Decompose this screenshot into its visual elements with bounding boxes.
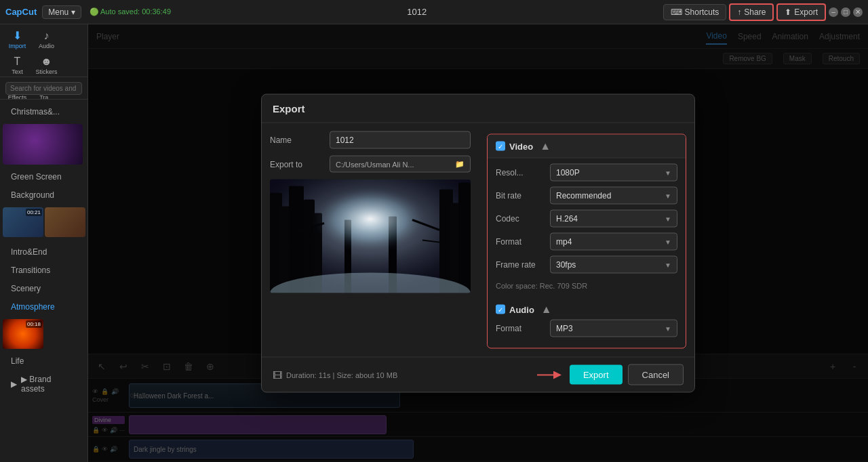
chevron-down-icon: ▼ <box>665 192 671 199</box>
svg-rect-13 <box>270 180 471 293</box>
name-input[interactable] <box>330 131 471 149</box>
thumb-area-bg: 00:21 <box>0 205 87 243</box>
import-tool[interactable]: ⬇ Import <box>3 27 32 53</box>
project-title: 1012 <box>176 7 658 17</box>
export-to-field: Export to C:/Users/Usman Ali N... 📁 <box>270 156 471 173</box>
share-button[interactable]: ↑ Share <box>729 3 774 21</box>
resol-value: 1080P <box>556 168 580 177</box>
topbar: CapCut Menu ▾ 🟢 Auto saved: 00:36:49 101… <box>0 0 868 24</box>
center-right-area: Player Video Speed Animation Adjustment … <box>88 24 868 462</box>
thumb-area-atm: 00:18 <box>0 316 87 352</box>
color-space-text: Color space: Rec. 709 SDR <box>496 279 677 293</box>
keyboard-icon: ⌨ <box>671 7 682 17</box>
dialog-preview-panel: Name Export to C:/Users/Usman Ali N... 📁 <box>262 123 479 357</box>
thumbnail <box>3 124 83 165</box>
resol-select[interactable]: 1080P ▼ <box>550 164 677 182</box>
codec-value: H.264 <box>556 214 578 224</box>
video-checkbox[interactable]: ✓ <box>496 142 505 151</box>
format-row: Format mp4 ▼ <box>496 233 677 251</box>
audio-tool[interactable]: ♪ Audio <box>32 27 61 53</box>
thumb-area-christmas <box>0 121 87 167</box>
codec-row: Codec H.264 ▼ <box>496 210 677 228</box>
codec-label: Codec <box>496 214 550 224</box>
format-label: Format <box>496 237 550 247</box>
search-input[interactable] <box>5 82 82 95</box>
footer-buttons: Export Cancel <box>537 364 684 385</box>
framerate-select[interactable]: 30fps ▼ <box>550 256 677 274</box>
footer-info: 🎞 Duration: 11s | Size: about 10 MB <box>273 369 397 380</box>
framerate-value: 30fps <box>556 260 576 270</box>
share-icon: ↑ <box>737 7 741 17</box>
chevron-down-icon: ▼ <box>665 215 671 222</box>
video-section-title: Video <box>509 141 533 151</box>
export-dialog-button[interactable]: Export <box>570 365 623 385</box>
app-logo: CapCut <box>5 7 37 17</box>
framerate-label: Frame rate <box>496 260 550 270</box>
dialog-settings-panel: ✓ Video ▲ Resol... 1080P ▼ <box>479 123 694 357</box>
minimize-button[interactable]: – <box>829 7 838 17</box>
audio-checkbox[interactable]: ✓ <box>496 305 505 314</box>
codec-select[interactable]: H.264 ▼ <box>550 210 677 228</box>
folder-icon: 📁 <box>455 160 465 169</box>
thumb-duration: 00:21 <box>26 209 42 216</box>
format-select[interactable]: mp4 ▼ <box>550 233 677 251</box>
audio-icon: ♪ <box>44 30 50 41</box>
nav-items: Christmas&... Green Screen Background 00… <box>0 100 87 462</box>
film-icon: 🎞 <box>273 369 282 380</box>
audio-format-select[interactable]: MP3 ▼ <box>550 320 677 337</box>
chevron-down-icon: ▼ <box>665 324 671 332</box>
close-button[interactable]: ✕ <box>853 7 863 17</box>
bitrate-row: Bit rate Recommended ▼ <box>496 187 677 205</box>
sidebar-item-brand-assets[interactable]: ▶ ▶ Brand assets <box>3 371 85 398</box>
topbar-actions: ⌨ Shortcuts ↑ Share ⬆ Export – □ ✕ <box>663 3 863 21</box>
cancel-dialog-button[interactable]: Cancel <box>628 364 684 385</box>
video-section: ✓ Video ▲ Resol... 1080P ▼ <box>487 134 686 349</box>
framerate-row: Frame rate 30fps ▼ <box>496 256 677 274</box>
resol-label: Resol... <box>496 168 550 177</box>
bitrate-select[interactable]: Recommended ▼ <box>550 187 677 205</box>
sticker-icon: ☻ <box>41 56 52 67</box>
export-to-label: Export to <box>270 159 324 169</box>
sidebar-item-background[interactable]: Background <box>3 186 85 204</box>
menu-button[interactable]: Menu ▾ <box>42 5 81 19</box>
export-info-text: Duration: 11s | Size: about 10 MB <box>286 371 397 379</box>
sidebar-item-transitions[interactable]: Transitions <box>3 261 85 279</box>
name-label: Name <box>270 135 324 145</box>
sidebar-item-life[interactable]: Life <box>3 352 85 370</box>
thumbnail <box>45 207 85 237</box>
sidebar-item-introend[interactable]: Intro&End <box>3 243 85 261</box>
sidebar-item-greenscreen[interactable]: Green Screen <box>3 168 85 186</box>
video-section-header: ✓ Video ▲ <box>488 135 686 159</box>
audio-collapse-icon[interactable]: ▲ <box>541 303 552 316</box>
text-icon: T <box>14 56 21 67</box>
sidebar-item-scenery[interactable]: Scenery <box>3 280 85 297</box>
export-path-text: C:/Users/Usman Ali N... <box>336 160 414 168</box>
format-value: mp4 <box>556 237 572 247</box>
sidebar-item-atmosphere[interactable]: Atmosphere <box>3 298 85 316</box>
preview-image: ✏ Edit cover <box>270 180 471 293</box>
maximize-button[interactable]: □ <box>841 7 850 17</box>
export-button-topbar[interactable]: ⬆ Export <box>776 3 826 21</box>
thumbnail: 00:21 <box>3 207 43 237</box>
export-icon: ⬆ <box>785 7 791 17</box>
stickers-tool[interactable]: ☻ Stickers <box>32 53 61 79</box>
thumbnail: 00:18 <box>3 319 43 349</box>
main-layout: ⬇ Import ♪ Audio T Text ☻ Stickers ✦ Eff… <box>0 24 868 462</box>
export-path[interactable]: C:/Users/Usman Ali N... 📁 <box>330 156 471 173</box>
export-dialog: Export Name Export to C:/Users/Usman Ali… <box>261 94 695 393</box>
dialog-body: Name Export to C:/Users/Usman Ali N... 📁 <box>262 123 694 357</box>
bitrate-label: Bit rate <box>496 191 550 201</box>
dialog-title: Export <box>262 95 694 123</box>
search-bar <box>0 77 87 100</box>
audio-section-header: ✓ Audio ▲ <box>496 298 677 320</box>
bitrate-value: Recommended <box>556 191 611 201</box>
left-sidebar: ⬇ Import ♪ Audio T Text ☻ Stickers ✦ Eff… <box>0 24 88 462</box>
resol-row: Resol... 1080P ▼ <box>496 164 677 182</box>
sidebar-item-christmas[interactable]: Christmas&... <box>3 103 85 121</box>
text-tool[interactable]: T Text <box>3 53 32 79</box>
audio-format-row: Format MP3 ▼ <box>496 320 677 337</box>
video-collapse-icon[interactable]: ▲ <box>540 140 551 152</box>
chevron-right-icon: ▶ <box>11 379 17 389</box>
thumb-duration: 00:18 <box>26 320 42 328</box>
shortcuts-button[interactable]: ⌨ Shortcuts <box>663 4 727 20</box>
